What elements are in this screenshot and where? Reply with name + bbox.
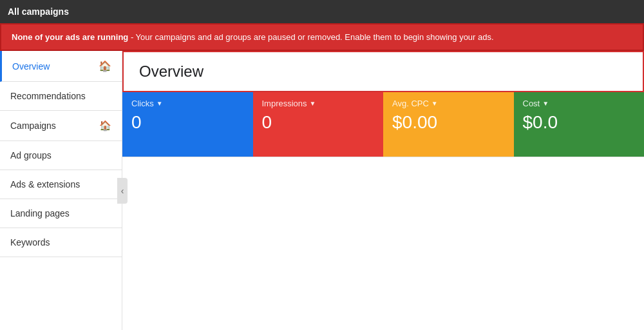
campaigns-home-icon: 🏠 (99, 120, 111, 131)
metric-header-avg-cpc: Avg. CPC ▼ (392, 99, 505, 108)
sidebar-recommendations-label: Recommendations (10, 91, 86, 101)
sidebar-item-keywords[interactable]: Keywords (0, 228, 122, 257)
clicks-dropdown-icon[interactable]: ▼ (156, 100, 163, 107)
sidebar-item-ad-groups[interactable]: Ad groups (0, 141, 122, 170)
chevron-left-icon: ‹ (121, 186, 124, 196)
top-bar: All campaigns (0, 0, 644, 23)
sidebar-item-keywords-label: Keywords (10, 237, 111, 248)
top-bar-title: All campaigns (8, 6, 69, 17)
sidebar-item-campaigns[interactable]: Campaigns 🏠 (0, 111, 122, 141)
metric-card-cost: Cost ▼ $0.0 (514, 92, 645, 157)
metric-value-impressions: 0 (262, 112, 375, 133)
sidebar: Overview 🏠 Recommendations Campaigns 🏠 A… (0, 51, 122, 330)
impressions-dropdown-icon[interactable]: ▼ (310, 100, 316, 107)
sidebar-overview-label: Overview (12, 61, 99, 72)
sidebar-item-landing-pages-label: Landing pages (10, 208, 111, 218)
metric-label-avg-cpc: Avg. CPC (392, 99, 429, 108)
metric-card-avg-cpc: Avg. CPC ▼ $0.00 (383, 92, 514, 157)
sidebar-item-ad-groups-label: Ad groups (10, 150, 111, 160)
sidebar-item-overview[interactable]: Overview 🏠 (0, 51, 122, 82)
metric-header-clicks: Clicks ▼ (131, 99, 244, 108)
metric-label-impressions: Impressions (262, 99, 307, 108)
avg-cpc-dropdown-icon[interactable]: ▼ (431, 100, 438, 107)
sidebar-item-landing-pages[interactable]: Landing pages (0, 199, 122, 228)
alert-text: None of your ads are running - Your camp… (12, 32, 494, 42)
overview-header: Overview (122, 51, 644, 92)
main-layout: Overview 🏠 Recommendations Campaigns 🏠 A… (0, 51, 644, 330)
cost-dropdown-icon[interactable]: ▼ (542, 100, 549, 107)
empty-content (122, 157, 644, 330)
sidebar-collapse-button[interactable]: ‹ (117, 178, 128, 204)
metric-value-cost: $0.0 (523, 112, 636, 133)
alert-rest: - Your campaigns and ad groups are pause… (128, 32, 493, 42)
metrics-row: Clicks ▼ 0 Impressions ▼ 0 Avg. CPC ▼ (122, 92, 644, 157)
metric-value-clicks: 0 (131, 112, 244, 133)
sidebar-item-campaigns-label: Campaigns (10, 121, 94, 131)
metric-card-impressions: Impressions ▼ 0 (253, 92, 384, 157)
sidebar-item-ads-extensions-label: Ads & extensions (10, 179, 111, 189)
metric-header-cost: Cost ▼ (523, 99, 636, 108)
metric-label-cost: Cost (523, 99, 540, 108)
home-icon: 🏠 (99, 60, 111, 72)
metric-header-impressions: Impressions ▼ (262, 99, 375, 108)
alert-banner: None of your ads are running - Your camp… (0, 23, 644, 51)
metric-label-clicks: Clicks (131, 99, 154, 108)
alert-bold: None of your ads are running (12, 32, 128, 42)
sidebar-item-recommendations[interactable]: Recommendations (0, 82, 122, 111)
metric-card-clicks: Clicks ▼ 0 (122, 92, 253, 157)
content-area: Overview Clicks ▼ 0 Impressions ▼ 0 (122, 51, 644, 330)
page-title: Overview (139, 63, 627, 81)
metric-value-avg-cpc: $0.00 (392, 112, 505, 133)
sidebar-item-ads-extensions[interactable]: Ads & extensions (0, 170, 122, 199)
